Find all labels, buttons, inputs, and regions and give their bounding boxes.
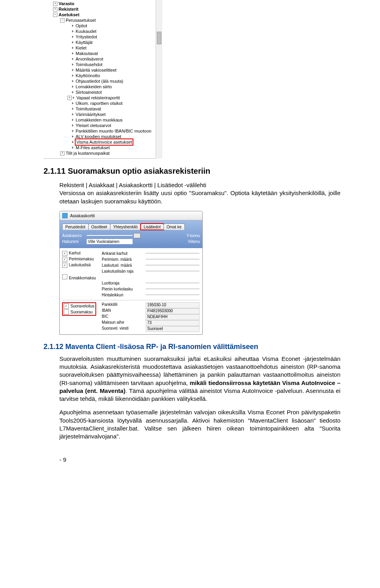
tree-leaf-highlighted[interactable]: Visma AutoInvoice asetukset [47, 139, 162, 145]
section-2-1-12-p2: Apuohjelma asennetaan työasemalle järjes… [59, 408, 340, 440]
tree-node[interactable]: +Tilit ja kustannuspaikat [47, 150, 162, 156]
settings-tree-screenshot: +Varasto+Rekisterit−Asetukset−Perusasetu… [44, 0, 162, 159]
arrow-icon [72, 58, 74, 60]
tree-leaf[interactable]: +Vapaat rekisteriraportit [47, 95, 162, 101]
value-field[interactable]: Suoravel [146, 326, 200, 332]
arrow-icon [72, 25, 74, 27]
value-field[interactable] [146, 288, 200, 289]
tree-leaf[interactable]: Värimääritykset [47, 112, 162, 117]
value-field[interactable] [146, 253, 200, 254]
tree-leaf[interactable]: Siirtoaineistot [47, 89, 162, 95]
section-2-1-11-text: Rekisterit | Asiakkaat | Asiakaskortti |… [59, 181, 340, 205]
arrow-icon [72, 47, 74, 49]
section-2-1-12-heading: 2.1.12 Maventa Client -lisäosa RP- ja RI… [44, 343, 380, 351]
value-field[interactable] [146, 283, 200, 283]
arrow-icon [72, 30, 74, 32]
collapse-icon[interactable]: − [53, 13, 57, 17]
field-row: Asiakasnro…Y-tunnu [62, 233, 200, 238]
tree-leaf[interactable]: Toimitustavat [47, 106, 162, 112]
tree-node[interactable]: −Perusasetukset [47, 17, 162, 23]
expand-icon[interactable]: + [60, 151, 65, 156]
arrow-icon [72, 108, 74, 110]
window-titlebar: Asiakaskortti [60, 211, 202, 220]
text-input[interactable]: Ville Vuokralainen [87, 239, 133, 244]
value-field[interactable]: 73 [146, 320, 200, 326]
bank-row: Suoravel. viestiSuoravel [102, 326, 200, 332]
arrow-icon [72, 146, 74, 149]
tree-leaf[interactable]: Käyttöönotto [47, 73, 162, 78]
tree-leaf[interactable]: Toimitusehdot [47, 62, 162, 67]
tab-yhteyshenkilö[interactable]: Yhteyshenkilö [110, 224, 141, 230]
tree-leaf[interactable]: Yritystiedot [47, 34, 162, 40]
tree-leaf[interactable]: Maksutavat [47, 51, 162, 56]
arrow-icon [72, 63, 74, 66]
arrow-icon [72, 85, 74, 88]
asiakaskortti-screenshot: Asiakaskortti PerustiedotOsoitteetYhteys… [59, 211, 203, 335]
tree-leaf[interactable]: Optiot [47, 23, 162, 28]
tree-leaf[interactable]: Lomakkeiden siirto [47, 84, 162, 89]
tree-node[interactable]: −Asetukset [47, 12, 162, 17]
section-2-1-12-p1: Suoraveloitusten muuttuminen suoramaksui… [59, 355, 340, 403]
tab-omat ke[interactable]: Omat ke [163, 224, 185, 230]
checkbox[interactable]: ✓ [62, 263, 67, 268]
tree-leaf[interactable]: Pankkitilien muunto IBAN/BIC muotoon [47, 128, 162, 134]
window-title: Asiakaskortti [70, 213, 95, 218]
arrow-icon [72, 41, 74, 44]
section-2-1-11-heading: 2.1.11 Suoramaksun optio asiakasrekister… [44, 167, 380, 176]
tree-leaf[interactable]: Yleiset oletusarvot [47, 123, 162, 128]
checkbox[interactable]: ✓ [64, 303, 69, 309]
tree-leaf[interactable]: Kuukaudet [47, 28, 162, 34]
expand-icon[interactable]: + [67, 96, 72, 100]
tab-perustiedot[interactable]: Perustiedot [62, 224, 89, 230]
tree-leaf[interactable]: Käyttäjät [47, 40, 162, 45]
value-field[interactable]: NDEAFIHH [146, 314, 200, 320]
value-field[interactable]: 195030-10 [146, 302, 200, 308]
expand-icon[interactable]: + [53, 2, 57, 6]
value-field[interactable] [146, 259, 200, 260]
arrow-icon [72, 74, 74, 77]
bank-row: Pankkitili195030-10 [102, 302, 200, 308]
checkbox[interactable]: ✓ [62, 257, 67, 262]
arrow-icon [72, 91, 74, 93]
arrow-icon [72, 119, 74, 121]
tree-leaf[interactable]: Ohjaustiedot (älä muuta) [47, 78, 162, 84]
text-input[interactable] [87, 235, 133, 236]
tree-leaf[interactable]: Arvonlisäverot [47, 56, 162, 62]
arrow-icon [72, 102, 74, 104]
tree-node[interactable]: +Varasto [47, 1, 162, 6]
tab-osoitteet[interactable]: Osoitteet [88, 224, 110, 230]
option-row: ✓KarhutAnkarat karhut [62, 250, 200, 256]
tree-leaf[interactable]: Määritä vakioselitteet [47, 67, 162, 73]
field-row: HakunimiVille VuokralainenViitenu [62, 239, 200, 244]
tree-leaf[interactable]: Ulkom. raporttien otsikot [47, 101, 162, 106]
bank-row: Maksun aihe73 [102, 320, 200, 326]
tab-strip: PerustiedotOsoitteetYhteyshenkilöLisätie… [62, 224, 200, 230]
value-field[interactable]: FI4819503000 [146, 308, 200, 314]
value-field[interactable] [146, 271, 200, 271]
option-row: Laskutuslisän raja [62, 268, 200, 274]
tree-leaf[interactable]: Lomakkeiden muokkaus [47, 117, 162, 123]
tree-leaf[interactable]: M-Files asetukset [47, 145, 162, 150]
option-row: Suoramaksu [64, 309, 95, 315]
value-field[interactable] [146, 294, 200, 295]
tab-lisätiedot[interactable]: Lisätiedot [141, 224, 164, 230]
expand-icon[interactable]: + [53, 7, 57, 11]
collapse-icon[interactable]: − [60, 18, 65, 23]
arrow-icon [72, 124, 74, 127]
scrollbar[interactable] [156, 0, 162, 159]
arrow-icon [72, 113, 74, 116]
option-row: Hintaleikkuri [62, 292, 200, 298]
value-field[interactable] [146, 265, 200, 266]
app-icon [62, 213, 68, 218]
option-row: ✓LaskutuslisäLaskutusl. määrä [62, 262, 200, 268]
checkbox[interactable] [64, 309, 69, 315]
scrollbar-thumb[interactable] [157, 32, 162, 44]
lookup-button[interactable]: … [133, 233, 141, 238]
checkbox[interactable] [62, 274, 67, 279]
suoramaksu-highlight: ✓SuoraveloitusSuoramaksu [62, 302, 96, 316]
tree-node[interactable]: +Rekisterit [47, 6, 162, 12]
arrow-icon [72, 69, 74, 71]
option-row: ✓PerimismaksuPerimism. määrä [62, 256, 200, 262]
checkbox[interactable]: ✓ [62, 251, 67, 256]
tree-leaf[interactable]: Kielet [47, 45, 162, 51]
